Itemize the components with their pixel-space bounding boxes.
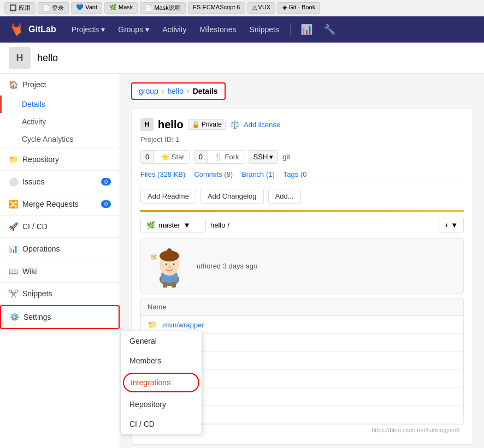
project-title-name: hello <box>158 118 184 131</box>
star-label[interactable]: ⭐ Star <box>156 151 188 163</box>
nav-activity[interactable]: Activity <box>156 16 193 43</box>
sidebar-item-cycle-analytics[interactable]: Cycle Analytics <box>0 130 120 148</box>
sidebar-settings-header[interactable]: ⚙️ Settings <box>1 306 119 328</box>
svg-rect-12 <box>172 282 176 288</box>
nav-divider <box>290 23 291 36</box>
operations-icon: 📊 <box>9 244 18 253</box>
dropdown-cicd[interactable]: CI / CD <box>121 414 202 434</box>
sidebar-project-header: 🏠 Project <box>0 74 120 95</box>
tags-stat[interactable]: Tags (0 <box>284 170 307 178</box>
nav-projects[interactable]: Projects ▾ <box>65 16 112 43</box>
sidebar-operations-header[interactable]: 📊 Operations <box>0 238 120 260</box>
main-layout: 🏠 Project Details Activity Cycle Analyti… <box>0 74 484 448</box>
dropdown-integrations[interactable]: Integrations <box>123 373 199 392</box>
svg-point-9 <box>168 266 171 268</box>
branch-caret: ▼ <box>184 221 191 229</box>
file-mvn-wrapper[interactable]: .mvn/wrapper <box>161 321 204 329</box>
dropdown-general[interactable]: General <box>121 331 202 351</box>
svg-point-8 <box>173 264 175 265</box>
new-file-button[interactable]: + ▼ <box>439 218 464 232</box>
sidebar-wiki-section: 📖 Wiki <box>0 260 120 283</box>
browser-tab-ecma[interactable]: ES ECMAScript 6 <box>188 2 245 14</box>
sidebar-project-section: 🏠 Project Details Activity Cycle Analyti… <box>0 74 120 148</box>
add-license-link[interactable]: Add license <box>244 121 280 129</box>
nav-snippets[interactable]: Snippets <box>243 16 285 43</box>
fork-label[interactable]: 🍴 Fork <box>210 151 244 163</box>
wiki-icon: 📖 <box>9 267 18 276</box>
quick-actions: Add Readme Add Changelog Add... <box>140 189 464 204</box>
ssh-button[interactable]: SSH ▾ <box>249 150 279 164</box>
folder-path: hello / <box>210 221 229 229</box>
sidebar-item-activity[interactable]: Activity <box>0 113 120 130</box>
sidebar-item-details[interactable]: Details <box>0 95 120 113</box>
breadcrumb-group[interactable]: group <box>139 87 158 95</box>
issues-icon: ⚪ <box>9 177 18 186</box>
git-url-label: git <box>282 153 290 161</box>
add-readme-button[interactable]: Add Readme <box>140 189 196 204</box>
dropdown-repository[interactable]: Repository <box>121 395 202 414</box>
fork-stat: 0 🍴 Fork <box>194 150 244 164</box>
branch-icon: 🌿 <box>146 221 155 229</box>
browser-tab-apps[interactable]: 🔲 应用 <box>4 2 36 14</box>
sidebar-wiki-header[interactable]: 📖 Wiki <box>0 260 120 282</box>
browser-tab-mask-docs[interactable]: 📄 Mask说明 <box>140 2 185 14</box>
browser-bar: 🔲 应用 📄 登录 💙 Vant 🌿 Mask 📄 Mask说明 ES ECMA… <box>0 0 484 16</box>
star-count: 0 <box>141 151 154 163</box>
sidebar-issues-header[interactable]: ⚪ Issues 0 <box>0 171 120 193</box>
add-button[interactable]: Add... <box>268 189 301 204</box>
file-stats-row: Files (328 KB) Commits (8) Branch (1) Ta… <box>140 170 464 183</box>
star-stat: 0 ⭐ Star <box>140 150 190 164</box>
nav-chart-icon[interactable]: 📊 <box>295 16 318 43</box>
sidebar: 🏠 Project Details Activity Cycle Analyti… <box>0 74 120 448</box>
private-badge: 🔒 Private <box>188 119 226 130</box>
sidebar-snippets-section: ✂️ Snippets <box>0 283 120 305</box>
sidebar-merge-section: 🔀 Merge Requests 0 <box>0 193 120 216</box>
breadcrumb-sep1: › <box>162 87 164 95</box>
sidebar-snippets-header[interactable]: ✂️ Snippets <box>0 283 120 304</box>
nav-groups[interactable]: Groups ▾ <box>111 16 156 43</box>
files-stat[interactable]: Files (328 KB) <box>140 170 185 178</box>
sidebar-merge-header[interactable]: 🔀 Merge Requests 0 <box>0 193 120 215</box>
dropdown-members[interactable]: Members <box>121 351 202 371</box>
nav-milestones[interactable]: Milestones <box>193 16 243 43</box>
project-icon: 🏠 <box>9 80 18 89</box>
project-header: H hello <box>0 43 484 74</box>
repository-icon: 📁 <box>9 155 18 164</box>
settings-dropdown: General Members Integrations Repository … <box>120 331 202 434</box>
add-changelog-button[interactable]: Add Changelog <box>200 189 264 204</box>
file-list-header: Name <box>141 298 463 316</box>
breadcrumb-hello[interactable]: hello <box>167 87 184 95</box>
breadcrumb-sep2: › <box>187 87 190 95</box>
sidebar-operations-section: 📊 Operations <box>0 238 120 260</box>
browser-tab-vux[interactable]: △ VUX <box>247 2 276 14</box>
nav-wrench-icon[interactable]: 🔧 <box>318 16 341 43</box>
browser-tab-mask[interactable]: 🌿 Mask <box>104 2 138 14</box>
svg-rect-11 <box>163 282 167 288</box>
lock-icon: ⚖️ <box>230 120 239 129</box>
svg-text:❄: ❄ <box>150 253 157 262</box>
issues-badge: 0 <box>101 178 111 186</box>
branch-selector[interactable]: 🌿 master ▼ <box>140 218 206 232</box>
commit-info: ❄ uthored 3 days ago <box>140 238 464 294</box>
sidebar-repository-header[interactable]: 📁 Repository <box>0 148 120 170</box>
gitlab-title: GitLab <box>28 25 56 34</box>
browser-tab-vant[interactable]: 💙 Vant <box>71 2 102 14</box>
cicd-icon: 🚀 <box>9 222 18 231</box>
project-header-name: hello <box>37 52 58 64</box>
project-title-avatar: H <box>140 118 154 131</box>
commit-author-text: uthored 3 days ago <box>197 262 257 270</box>
sidebar-cicd-section: 🚀 CI / CD <box>0 216 120 238</box>
gitlab-logo[interactable]: GitLab <box>9 22 56 37</box>
merge-icon: 🔀 <box>9 200 18 208</box>
branch-stat[interactable]: Branch (1) <box>241 170 275 178</box>
browser-tabs: 🔲 应用 📄 登录 💙 Vant 🌿 Mask 📄 Mask说明 ES ECMA… <box>4 2 320 14</box>
browser-tab-login[interactable]: 📄 登录 <box>38 2 69 14</box>
commits-stat[interactable]: Commits (8) <box>194 170 233 178</box>
commit-avatar-svg: ❄ <box>147 244 191 288</box>
merge-badge: 0 <box>101 200 111 208</box>
breadcrumb-current: Details <box>193 87 218 95</box>
browser-tab-git[interactable]: ◈ Git - Book <box>278 2 320 14</box>
svg-point-7 <box>166 264 167 265</box>
sidebar-cicd-header[interactable]: 🚀 CI / CD <box>0 216 120 237</box>
branch-row: 🌿 master ▼ hello / + ▼ <box>140 218 464 232</box>
